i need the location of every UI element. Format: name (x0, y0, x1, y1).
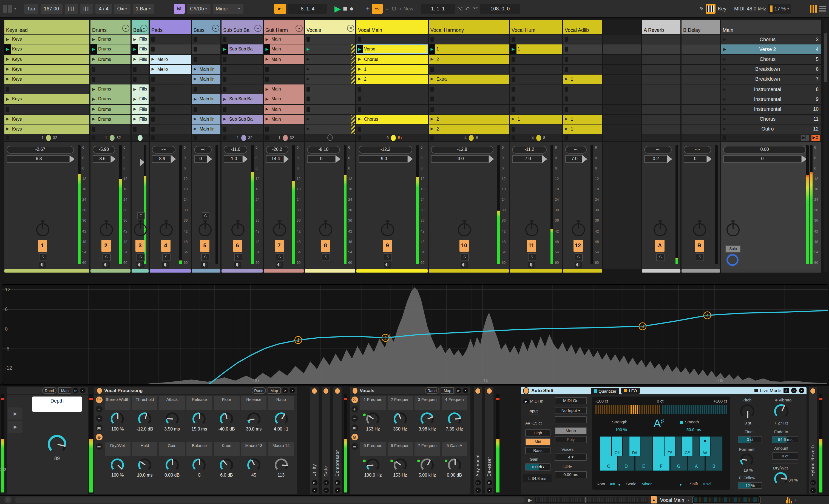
track-status-row[interactable]: 48 (510, 135, 562, 141)
empty-clip-slot[interactable] (132, 75, 149, 84)
monitor-button[interactable] (39, 262, 46, 268)
clip-slot[interactable]: ▶Keys (4, 45, 89, 54)
solo-button[interactable]: S (528, 253, 536, 261)
track-status-row[interactable]: 132 (221, 135, 263, 141)
clip-slot[interactable]: ▶Main lir (192, 75, 220, 84)
clip-slot[interactable]: ▶Main lir (192, 114, 220, 124)
volume-field[interactable]: 0.2 (644, 155, 667, 163)
clip-launch-button[interactable]: ▶ (4, 117, 11, 121)
clip-slot[interactable]: ▶Main (264, 84, 304, 94)
clip-launch-button[interactable]: ▶ (221, 97, 228, 102)
key-note-menu[interactable]: C#/Db ▾ (187, 4, 210, 13)
live-mode-checkbox[interactable] (754, 389, 758, 392)
collapsed-device-compressor[interactable]: Compressor⟳▪ (333, 387, 341, 494)
macro-knob-3-frequen[interactable]: 3 Frequen3.98 kHz (414, 396, 440, 432)
scene-row[interactable]: ▶Breakdown6 (721, 65, 821, 74)
clip-launch-button[interactable]: ▶ (91, 107, 97, 111)
dry-wet-value[interactable]: 84 % (788, 478, 798, 482)
clip-launch-button[interactable]: ▶ (264, 37, 270, 41)
scene-row[interactable]: ▶Chorus5 (721, 55, 821, 64)
macro-knob-balance[interactable]: BalanceC (186, 442, 212, 478)
solo-button[interactable]: Solo (725, 245, 741, 253)
cam-icon[interactable]: ▣ (96, 425, 102, 431)
solo-button[interactable]: S (39, 253, 47, 261)
pan-knob[interactable] (693, 223, 706, 237)
clip-launch-button[interactable]: ▶ (150, 57, 156, 62)
empty-clip-slot[interactable] (221, 65, 263, 74)
clip-slot[interactable]: ▶Chorus (356, 55, 428, 64)
clip-slot[interactable]: ▶Fills (132, 45, 149, 54)
track-header[interactable]: Bass▾ (192, 20, 220, 34)
empty-clip-slot[interactable] (563, 95, 602, 104)
track-status-row[interactable]: 48 (429, 135, 509, 141)
clip-launch-button[interactable]: ▶ (4, 57, 11, 62)
empty-clip-slot[interactable] (150, 114, 191, 124)
track-activator-button[interactable]: 2 (101, 240, 110, 252)
clip-slot[interactable]: ▶Main (264, 95, 304, 104)
empty-clip-slot[interactable] (510, 105, 562, 114)
clip-launch-button[interactable]: ▶ (4, 45, 11, 54)
freeze-chevron-icon[interactable]: ▾ (254, 25, 261, 32)
macro-knob-macro-13[interactable]: Macro 1345 (241, 442, 266, 478)
freeze-chevron-icon[interactable]: ▾ (140, 25, 147, 32)
clip-slot[interactable]: ▶Keys (4, 124, 89, 134)
track-status-row[interactable] (305, 135, 355, 141)
hot-swap-icon[interactable]: ⟳ (323, 480, 329, 485)
track-activator-button[interactable]: 10 (460, 240, 469, 252)
volume-field[interactable]: -6.3 (7, 155, 70, 163)
clip-slot[interactable]: ▶Sub Sub Ba (221, 45, 263, 54)
scene-launch-button[interactable]: ▶ (721, 97, 729, 102)
track-activator-button[interactable]: 8 (321, 240, 330, 252)
group-slot[interactable] (305, 84, 355, 94)
clip-launch-button[interactable]: ▶ (132, 57, 138, 62)
tab-lfo[interactable]: LFO (621, 388, 640, 394)
f-follow-field[interactable]: 12 % (738, 482, 762, 489)
empty-clip-slot[interactable] (510, 75, 562, 84)
scene-launch-button[interactable]: ▶ (721, 117, 729, 121)
key-As[interactable]: A# (699, 436, 711, 456)
midi-in-indicator[interactable]: ▶ MIDI In (523, 399, 543, 404)
cam-icon[interactable]: ▣ (351, 425, 358, 431)
track-header[interactable]: Vocal Harmony (429, 20, 509, 34)
minus-icon[interactable]: − (351, 415, 358, 422)
empty-clip-slot[interactable] (264, 75, 304, 84)
clip-slot[interactable]: ▶Main lir (192, 65, 220, 74)
track-activator-button[interactable]: 4 (161, 240, 170, 252)
crossfade-assign-button[interactable]: C (202, 212, 210, 219)
group-unfold-icon[interactable]: ≡ (347, 25, 354, 32)
clip-launch-button[interactable]: ▶ (192, 97, 199, 102)
group-slot[interactable]: ▶ (305, 75, 355, 84)
clip-slot[interactable]: ▶Drums (91, 95, 131, 104)
empty-clip-slot[interactable] (221, 55, 263, 64)
pan-knob[interactable] (726, 223, 740, 237)
track-header[interactable]: B Delay (682, 20, 720, 34)
group-slot[interactable]: ▶ (305, 45, 355, 54)
empty-clip-slot[interactable] (563, 45, 602, 54)
pan-knob[interactable] (572, 223, 585, 237)
empty-clip-slot[interactable] (192, 55, 220, 64)
empty-clip-slot[interactable] (563, 65, 602, 74)
clip-launch-button[interactable]: ▶ (192, 67, 199, 72)
clip-launch-button[interactable]: ▶ (356, 57, 363, 62)
empty-clip-slot[interactable] (221, 75, 263, 84)
clip-launch-button[interactable]: ▶ (221, 45, 228, 54)
loop-length-field[interactable]: 108. 0. 0 (480, 4, 520, 13)
volume-field[interactable]: 0 (723, 155, 802, 163)
clip-launch-button[interactable]: ▶ (264, 107, 270, 111)
pan-knob[interactable] (654, 223, 667, 237)
macro-knob-5-frequen[interactable]: 5 Frequen100.0 Hz (360, 442, 386, 478)
preview-play-icon[interactable]: ▶ (528, 497, 532, 503)
empty-clip-slot[interactable] (192, 45, 220, 54)
pan-knob[interactable] (159, 223, 173, 237)
solo-button[interactable]: S (137, 253, 145, 261)
scene-launch-button[interactable]: ▶ (721, 77, 729, 81)
macro-knob-2-frequen[interactable]: 2 Frequen350 Hz (387, 396, 413, 432)
empty-clip-slot[interactable] (510, 55, 562, 64)
rand-button[interactable]: Rand (42, 387, 57, 394)
glide-field[interactable]: 0.00 ms (555, 471, 587, 478)
empty-clip-slot[interactable] (510, 84, 562, 94)
output-meter-icon[interactable] (786, 497, 792, 503)
stop-button[interactable]: ■ (343, 4, 347, 12)
rand-button[interactable]: Rand (425, 387, 439, 394)
clip-launch-button[interactable]: ▶ (429, 57, 435, 62)
